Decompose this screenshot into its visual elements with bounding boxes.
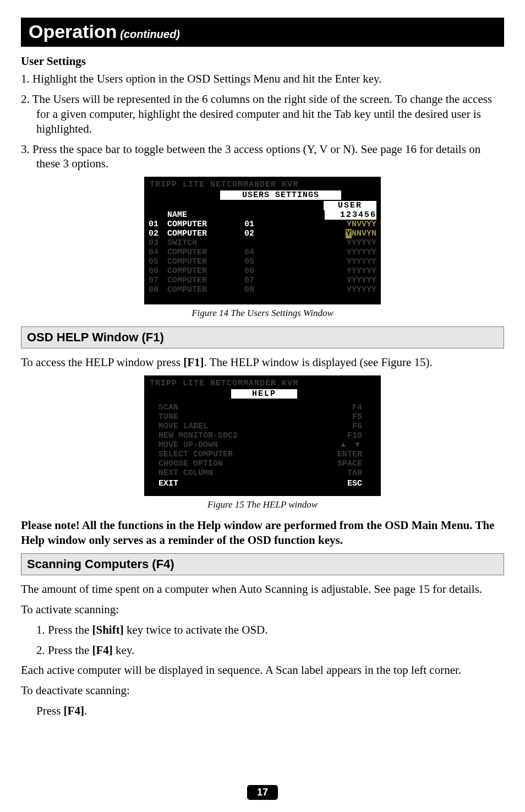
osd-row-num: 02: [149, 229, 167, 238]
osd-row: 07COMPUTER07YYYYYY: [149, 276, 376, 285]
osd-subtitle: USERS SETTINGS: [220, 190, 341, 200]
osd-row-num2: 07: [244, 276, 277, 285]
help-window: TRIPP LITE NETCOMMANDER KVM HELP SCANF4T…: [21, 375, 504, 496]
osd-row-user: YYYYYY: [324, 285, 376, 295]
osd-row-num: 04: [149, 248, 167, 257]
osd-row-name: COMPUTER: [167, 276, 244, 285]
help-row-key: SPACE: [337, 459, 362, 468]
osd-row-num2: 01: [244, 220, 277, 229]
help-esc-label: ESC: [347, 479, 362, 488]
osd-row: 06COMPUTER06YYYYYY: [149, 266, 376, 276]
scan-step-2: 2. Press the [F4] key.: [21, 643, 504, 658]
help-row: SCANF4: [149, 403, 376, 412]
help-row: MOVE LABELF6: [149, 422, 376, 431]
osd-row-num: 06: [149, 266, 167, 276]
osd-row-name: COMPUTER: [167, 229, 244, 238]
help-row-key: TAB: [347, 468, 362, 478]
osd-row-name: COMPUTER: [167, 257, 244, 266]
user-settings-step-3: 3. Press the space bar to toggle between…: [21, 142, 504, 172]
help-row-key: F5: [352, 412, 362, 422]
osd-row-user: YNNVYN: [324, 229, 376, 238]
scan-p3: Each active computer will be displayed i…: [21, 663, 504, 678]
osd-row-user: YYYYYY: [324, 248, 376, 257]
help-row: TUNEF5: [149, 412, 376, 422]
osd-row: 08COMPUTER08YYYYYY: [149, 285, 376, 295]
osd-row-num: 01: [149, 220, 167, 229]
osd-row: 04COMPUTER04YYYYYY: [149, 248, 376, 257]
page-number: 17: [247, 785, 278, 800]
help-row: SELECT COMPUTERENTER: [149, 450, 376, 459]
help-row-label: TUNE: [158, 412, 178, 422]
help-row-label: MOVE UP-DOWN: [158, 440, 218, 450]
help-row-label: SCAN: [158, 403, 178, 412]
osd-row-name: SWITCH: [167, 238, 244, 248]
osd-row-user: YNVVYY: [324, 220, 376, 229]
osd2-subtitle: HELP: [231, 389, 297, 399]
help-exit-label: EXIT: [158, 479, 178, 488]
osd-row-name: COMPUTER: [167, 220, 244, 229]
osd-name-header: NAME: [167, 210, 244, 220]
osd-123456-header: 123456: [325, 210, 376, 220]
scan-p1: The amount of time spent on a computer w…: [21, 582, 504, 597]
osd-row-name: COMPUTER: [167, 285, 244, 295]
osd-row-name: COMPUTER: [167, 266, 244, 276]
osd-row-num: 08: [149, 285, 167, 295]
osd2-brand: TRIPP LITE NETCOMMANDER KVM: [149, 379, 376, 388]
osd-row: 01COMPUTER01YNVVYY: [149, 220, 376, 229]
help-intro: To access the HELP window press [F1]. Th…: [21, 355, 504, 370]
scan-p2: To activate scanning:: [21, 602, 504, 617]
osd-user-header: USER: [324, 201, 376, 210]
users-settings-window: TRIPP LITE NETCOMMANDER KVM USERS SETTIN…: [21, 177, 504, 304]
header-sub: (continued): [117, 28, 180, 40]
osd-row-user: YYYYYY: [324, 238, 376, 248]
scan-p4: To deactivate scanning:: [21, 683, 504, 698]
help-row: CHOOSE OPTIONSPACE: [149, 459, 376, 468]
osd-row-user: YYYYYY: [324, 266, 376, 276]
help-row: MOVE UP-DOWN▲ ▼: [149, 440, 376, 450]
help-row-label: NEXT COLUMN: [158, 468, 213, 478]
osd-row-user: YYYYYY: [324, 276, 376, 285]
osd-row-num2: 06: [244, 266, 277, 276]
help-row-key: F4: [352, 403, 362, 412]
help-row: NEW MONITOR-DDC2F10: [149, 431, 376, 440]
osd-row-num: 07: [149, 276, 167, 285]
please-note: Please note! All the functions in the He…: [21, 518, 504, 548]
osd-row-num2: 08: [244, 285, 277, 295]
osd-row-user: YYYYYY: [324, 257, 376, 266]
help-row-label: CHOOSE OPTION: [158, 459, 223, 468]
scan-step-3: Press [F4].: [21, 704, 504, 718]
osd-row-name: COMPUTER: [167, 248, 244, 257]
osd-row-num2: 02: [244, 229, 277, 238]
osd-row: 05COMPUTER05YYYYYY: [149, 257, 376, 266]
osd-row-num2: 04: [244, 248, 277, 257]
osd-row: 03SWITCHYYYYYY: [149, 238, 376, 248]
osd-row-num: 03: [149, 238, 167, 248]
section-header: Operation (continued): [21, 18, 504, 47]
osd-help-heading: OSD HELP Window (F1): [21, 326, 504, 348]
help-row-key: ▲ ▼: [341, 440, 362, 450]
help-row-key: F10: [347, 431, 362, 440]
osd-row-num: 05: [149, 257, 167, 266]
help-row-key: F6: [352, 422, 362, 431]
help-row-label: MOVE LABEL: [158, 422, 208, 431]
help-row-label: SELECT COMPUTER: [158, 450, 233, 459]
figure-14-caption: Figure 14 The Users Settings Window: [21, 308, 504, 319]
osd-brand: TRIPP LITE NETCOMMANDER KVM: [149, 180, 376, 189]
osd-row: 02COMPUTER02YNNVYN: [149, 229, 376, 238]
help-row-key: ENTER: [337, 450, 362, 459]
help-row-label: NEW MONITOR-DDC2: [158, 431, 238, 440]
figure-15-caption: Figure 15 The HELP window: [21, 499, 504, 510]
help-row: NEXT COLUMNTAB: [149, 468, 376, 478]
user-settings-title: User Settings: [21, 55, 504, 68]
scan-step-1: 1. Press the [Shift] key twice to activa…: [21, 623, 504, 637]
user-settings-step-2: 2. The Users will be represented in the …: [21, 92, 504, 137]
osd-row-num2: 05: [244, 257, 277, 266]
user-settings-step-1: 1. Highlight the Users option in the OSD…: [21, 72, 504, 86]
scanning-heading: Scanning Computers (F4): [21, 553, 504, 575]
osd-row-num2: [244, 238, 277, 248]
header-main: Operation: [29, 21, 117, 42]
